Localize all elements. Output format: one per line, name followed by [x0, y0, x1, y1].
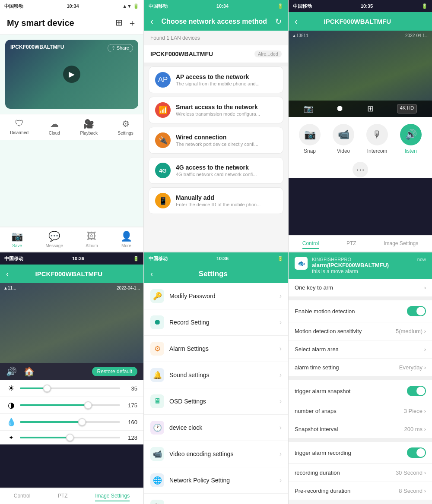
add-icon[interactable]: ＋ — [128, 17, 137, 29]
enable-motion-toggle[interactable] — [407, 306, 426, 316]
img-nav-image-settings[interactable]: Image Settings — [95, 493, 130, 501]
notification-banner[interactable]: 🐟 KINGFISHERPRO now alarm(IPCKF000WBALTM… — [289, 252, 432, 279]
save-nav-icon: 📷 — [11, 231, 23, 242]
smart-title: Smart access to the network — [176, 104, 260, 110]
img-ctrl-icons: 🔊 🏠 — [6, 366, 35, 377]
brightness-track[interactable] — [20, 387, 120, 389]
share-button[interactable]: ⇧ Share — [108, 44, 133, 52]
nav-control[interactable]: Control — [302, 240, 319, 249]
network-options-list: AP AP access to the network The signal f… — [144, 66, 288, 217]
settings-item-network-policy[interactable]: 🌐 Network Policy Setting › — [144, 467, 288, 494]
settings-item-wired[interactable]: 🔌 Wired network › — [144, 494, 288, 504]
alarm-item-time-setting[interactable]: alarm time setting Everyday › — [289, 359, 432, 377]
sharpness-thumb[interactable] — [66, 434, 74, 441]
alarm-item-sensitivity[interactable]: Motion detection sensitivity 5(medium) › — [289, 322, 432, 340]
back-button-4[interactable]: ‹ — [6, 269, 9, 279]
action-intercom[interactable]: 🎙 Intercom — [366, 124, 388, 154]
alarm-item-one-key-arm[interactable]: One key to arm › — [289, 279, 432, 297]
alarm-item-trigger-recording[interactable]: trigger alarm recording — [289, 442, 432, 464]
camera-header: ‹ IPCKF000WBALTMFU — [289, 12, 432, 31]
settings-item-alarm[interactable]: ⚙ Alarm Settings › — [144, 336, 288, 362]
saturation-track[interactable] — [20, 421, 120, 423]
network-option-4g[interactable]: 4G 4G access to the network 4G traffic n… — [149, 157, 283, 184]
settings-item-password[interactable]: 🔑 Modify Password › — [144, 283, 288, 309]
alarm-item-num-snaps[interactable]: number of snaps 3 Piece › — [289, 402, 432, 420]
video-enc-arrow: › — [280, 450, 282, 458]
settings-item-osd[interactable]: 🖥 OSD Settings › — [144, 388, 288, 415]
settings-item-record[interactable]: ⏺ Record Setting › — [144, 309, 288, 336]
action-snap[interactable]: 📷 Snap — [299, 124, 321, 154]
record-arrow: › — [280, 318, 282, 326]
notif-content: KINGFISHERPRO now alarm(IPCKF000WBALTMFU… — [312, 257, 426, 274]
device-found-row[interactable]: IPCKF000WBALTMFU Alre...ded — [144, 45, 288, 63]
trigger-snapshot-toggle[interactable] — [407, 386, 426, 396]
saturation-thumb[interactable] — [78, 418, 86, 426]
pre-rec-label: Pre-recording duration — [295, 488, 350, 494]
speaker-icon[interactable]: 🔊 — [6, 366, 17, 377]
restore-default-button[interactable]: Restore default — [92, 367, 137, 376]
alarm-item-trigger-snapshot[interactable]: trigger alarm snapshot — [289, 380, 432, 402]
img-nav-control[interactable]: Control — [14, 493, 31, 501]
device-found-name: IPCKF000WBALTMFU — [150, 50, 213, 57]
home-icon[interactable]: 🏠 — [24, 366, 35, 377]
contrast-thumb[interactable] — [84, 401, 92, 409]
settings-item-sound[interactable]: 🔔 Sound settings › — [144, 362, 288, 388]
device-id-label: IPCKF000WBALTMFU — [10, 44, 64, 50]
device-card[interactable]: ▶ IPCKF000WBALTMFU ⇧ Share — [5, 40, 138, 109]
nav-save[interactable]: 📷 Save — [11, 231, 23, 248]
alarm-item-snap-interval[interactable]: Snapshot interval 200 ms › — [289, 420, 432, 438]
nav-album[interactable]: 🖼 Album — [86, 231, 98, 248]
status-carrier-3: 中国移动 — [293, 3, 312, 9]
network-option-smart[interactable]: 📶 Smart access to the network Wireless t… — [149, 97, 283, 123]
ctrl-cloud[interactable]: ☁ Cloud — [49, 119, 60, 135]
settings-item-video-enc[interactable]: 📹 Video encoding settings › — [144, 441, 288, 467]
nav-more[interactable]: 👤 More — [121, 231, 132, 248]
clock-label: device clock — [169, 424, 274, 431]
ctrl-settings[interactable]: ⚙ Settings — [118, 119, 133, 135]
listen-label: listen — [405, 148, 417, 154]
back-button-5[interactable]: ‹ — [150, 269, 153, 279]
action-listen[interactable]: 🔊 listen — [400, 124, 422, 154]
network-option-wired[interactable]: 🔌 Wired connection The network port devi… — [149, 127, 283, 154]
alarm-item-rec-duration[interactable]: recording duration 30 Second › — [289, 464, 432, 482]
ap-text: AP access to the network The signal from… — [176, 73, 260, 86]
img-nav-ptz[interactable]: PTZ — [58, 493, 68, 501]
sharpness-track[interactable] — [20, 437, 120, 438]
ctrl-playback[interactable]: 🎥 Playback — [80, 119, 98, 135]
trigger-recording-toggle[interactable] — [407, 447, 426, 458]
quality-badge[interactable]: 4K HD — [397, 104, 417, 113]
alarm-item-pre-rec[interactable]: Pre-recording duration 8 Second › — [289, 482, 432, 500]
smart-text: Smart access to the network Wireless tra… — [176, 104, 260, 117]
album-nav-label: Album — [86, 243, 98, 248]
grid-icon[interactable]: ⊞ — [115, 17, 123, 29]
nav-ptz[interactable]: PTZ — [346, 240, 356, 249]
ctrl-disarmed[interactable]: 🛡 Disarmed — [10, 119, 29, 135]
alarm-item-enable-motion[interactable]: Enable motion detection — [289, 300, 432, 322]
back-button-2[interactable]: ‹ — [150, 16, 153, 26]
network-option-ap[interactable]: AP AP access to the network The signal f… — [149, 66, 283, 93]
alarm-item-select-area[interactable]: Select alarm area › — [289, 340, 432, 359]
brightness-thumb[interactable] — [43, 384, 51, 392]
refresh-button[interactable]: ↻ — [275, 17, 282, 26]
status-icons-3: 🔋 — [422, 3, 428, 9]
settings-item-clock[interactable]: 🕐 device clock › — [144, 415, 288, 441]
grid-cam-icon[interactable]: ⊞ — [367, 104, 374, 113]
camera-date: 2022-04-1... — [405, 33, 429, 38]
back-button-3[interactable]: ‹ — [295, 16, 298, 26]
nav-image-settings[interactable]: Image Settings — [384, 240, 418, 249]
enable-motion-label: Enable motion detection — [295, 308, 355, 315]
notif-logo: 🐟 — [295, 257, 308, 270]
playback-label: Playback — [80, 131, 98, 135]
notif-app-name: KINGFISHERPRO — [312, 257, 351, 262]
screen-choose-network: 中国移动 10:34 🔋 ‹ Choose network access met… — [144, 0, 288, 252]
camera-bottom-nav: Control PTZ Image Settings — [289, 235, 432, 252]
contrast-track[interactable] — [20, 404, 120, 406]
screenshot-icon[interactable]: 📷 — [304, 104, 313, 113]
more-icon[interactable]: ⋯ — [353, 162, 368, 177]
network-option-manual[interactable]: 📱 Manually add Enter the device ID of th… — [149, 187, 283, 214]
action-video[interactable]: 📹 Video — [333, 124, 354, 154]
saturation-fill — [20, 421, 82, 423]
nav-message[interactable]: 💬 Message — [45, 231, 63, 248]
play-button[interactable]: ▶ — [63, 66, 80, 83]
record-icon[interactable]: ⏺ — [336, 104, 344, 113]
